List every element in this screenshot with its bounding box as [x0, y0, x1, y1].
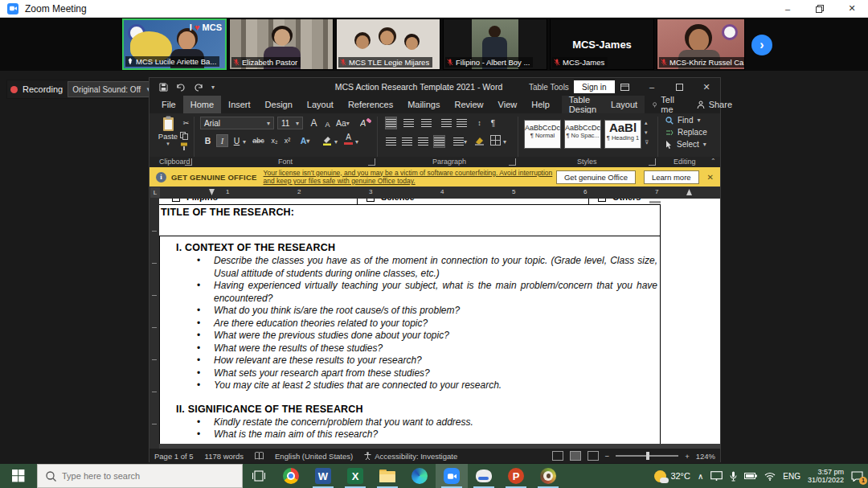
banner-close-icon[interactable]: ✕ [707, 173, 714, 182]
tab-layout[interactable]: Layout [300, 96, 341, 113]
font-dialog-launcher-icon[interactable] [368, 158, 375, 166]
tab-references[interactable]: References [341, 96, 400, 113]
zoom-close-button[interactable]: ✕ [836, 0, 868, 17]
tab-review[interactable]: Review [448, 96, 491, 113]
checkbox-icon[interactable] [366, 199, 375, 202]
page-indicator[interactable]: Page 1 of 5 [154, 452, 194, 461]
replace-button[interactable]: Replace [665, 128, 707, 137]
style-no-spacing[interactable]: AaBbCcDc ¶ No Spac... [564, 120, 601, 149]
numbering-button[interactable] [403, 117, 415, 129]
select-button[interactable]: Select▾ [665, 140, 707, 149]
participant-tile-legie[interactable]: MCS TLE Legie Mijares [336, 18, 440, 70]
change-case-button[interactable]: Aa▾ [336, 117, 350, 129]
participant-tile-khriz[interactable]: MCS-Khriz Russel Ca... [657, 18, 745, 70]
taskbar-edge[interactable] [403, 464, 436, 488]
highlight-button[interactable] [321, 134, 333, 146]
word-minimize-button[interactable]: – [638, 78, 665, 96]
language-indicator[interactable]: ENG [783, 472, 800, 481]
tab-selector[interactable]: L [150, 187, 160, 198]
multilevel-list-button[interactable] [420, 117, 432, 129]
undo-icon[interactable] [176, 83, 186, 92]
show-paragraph-marks-button[interactable]: ¶ [487, 117, 499, 129]
language-indicator[interactable]: English (United States) [275, 452, 353, 461]
participant-tile-james[interactable]: MCS-James MCS-James [550, 18, 654, 70]
proofing-icon[interactable] [255, 452, 264, 460]
line-spacing-button[interactable]: ▾ [453, 135, 467, 148]
taskbar-file-explorer[interactable] [371, 464, 403, 488]
tab-table-design[interactable]: Table Design [562, 96, 604, 113]
style-heading1[interactable]: AaBl ¶ Heading 1 [604, 120, 641, 149]
share-button[interactable]: Share [686, 96, 743, 113]
collapse-ribbon-icon[interactable]: ⌃ [710, 158, 716, 165]
read-mode-button[interactable] [552, 451, 563, 461]
taskbar-search-box[interactable] [37, 464, 243, 488]
chevron-down-icon[interactable]: ▾ [355, 138, 358, 146]
tab-home[interactable]: Home [183, 96, 221, 113]
accessibility-checker[interactable]: Accessibility: Investigate [364, 452, 457, 461]
zoom-in-button[interactable]: + [685, 452, 690, 461]
original-sound-button[interactable]: Original Sound: Off ▼ [68, 81, 157, 97]
ribbon-display-options-button[interactable] [611, 78, 638, 96]
right-indent-marker[interactable] [686, 189, 692, 195]
word-maximize-button[interactable] [665, 78, 693, 96]
font-color-button[interactable]: A [344, 133, 353, 145]
zoom-percentage[interactable]: 124% [696, 452, 715, 461]
tab-insert[interactable]: Insert [221, 96, 258, 113]
font-name-combo[interactable]: Arial ▾ [200, 117, 274, 129]
participant-tile-elizabeth[interactable]: Elizabeth Pastor [229, 18, 334, 70]
zoom-slider[interactable] [616, 455, 678, 457]
indent-marker[interactable] [209, 189, 215, 195]
participant-tile-albert[interactable]: Filipino - Albert Boy ... [443, 18, 547, 70]
document-page[interactable]: Filipino Science Others TITLE OF THE RES… [159, 199, 720, 444]
find-button[interactable]: Find▾ [665, 116, 707, 125]
taskbar-powerpoint[interactable]: P [500, 464, 532, 488]
font-size-combo[interactable]: 11 ▾ [277, 117, 303, 129]
grow-font-button[interactable]: A [308, 117, 320, 129]
chevron-down-icon[interactable]: ▾ [334, 138, 338, 146]
print-layout-button[interactable] [570, 451, 581, 461]
checkbox-icon[interactable] [172, 199, 180, 202]
tab-help[interactable]: Help [524, 96, 557, 113]
copy-icon[interactable] [180, 132, 188, 140]
align-center-button[interactable] [401, 135, 413, 148]
bold-button[interactable]: B [202, 134, 214, 147]
checkbox-icon[interactable] [598, 199, 606, 202]
next-participants-button[interactable]: › [751, 35, 772, 55]
format-painter-icon[interactable] [180, 142, 188, 150]
chevron-down-icon[interactable]: ▾ [243, 138, 246, 146]
bullets-button[interactable] [385, 117, 397, 129]
horizontal-ruler[interactable]: L 1 2 3 4 5 6 7 [149, 187, 720, 199]
tab-file[interactable]: File [154, 96, 183, 113]
styles-scroll-down-icon[interactable]: ▾ [645, 129, 649, 136]
weather-widget[interactable]: 32°C [654, 470, 690, 482]
word-count[interactable]: 1178 words [205, 452, 244, 461]
shading-button[interactable] [474, 136, 485, 146]
tab-view[interactable]: View [491, 96, 525, 113]
align-right-button[interactable] [417, 135, 429, 148]
strikethrough-button[interactable]: abc [252, 134, 264, 147]
style-normal[interactable]: AaBbCcDc ¶ Normal [524, 120, 561, 149]
styles-dialog-launcher-icon[interactable] [649, 158, 656, 166]
task-view-button[interactable] [243, 464, 275, 488]
tab-design[interactable]: Design [258, 96, 300, 113]
zoom-restore-button[interactable] [804, 0, 836, 17]
body-table-cell[interactable]: I. CONTEXT OF THE RESEARCH Describe the … [159, 236, 661, 444]
chevron-down-icon[interactable]: ▾ [503, 138, 506, 146]
participant-tile-lucile[interactable]: I ♥ MCS MCS Lucile Ariette Ba... [122, 18, 227, 70]
sort-button[interactable]: ↕ [473, 117, 485, 129]
align-left-button[interactable] [385, 135, 397, 148]
action-center-button[interactable]: 1 [851, 471, 863, 482]
microphone-icon[interactable] [730, 471, 737, 482]
vertical-ruler[interactable] [149, 199, 159, 449]
zoom-minimize-button[interactable]: – [772, 0, 804, 17]
taskbar-clock[interactable]: 3:57 pm 31/01/2022 [808, 468, 844, 485]
web-layout-button[interactable] [588, 451, 599, 461]
shrink-font-button[interactable]: A [321, 118, 334, 131]
taskbar-app-2[interactable] [532, 464, 564, 488]
save-icon[interactable] [159, 83, 168, 92]
battery-icon[interactable] [744, 472, 757, 480]
clear-formatting-icon[interactable]: A [360, 117, 371, 128]
styles-gallery-more-icon[interactable]: ⊽ [645, 139, 649, 146]
styles-scroll-up-icon[interactable]: ▴ [645, 120, 649, 126]
clipboard-dialog-launcher-icon[interactable] [185, 158, 192, 166]
